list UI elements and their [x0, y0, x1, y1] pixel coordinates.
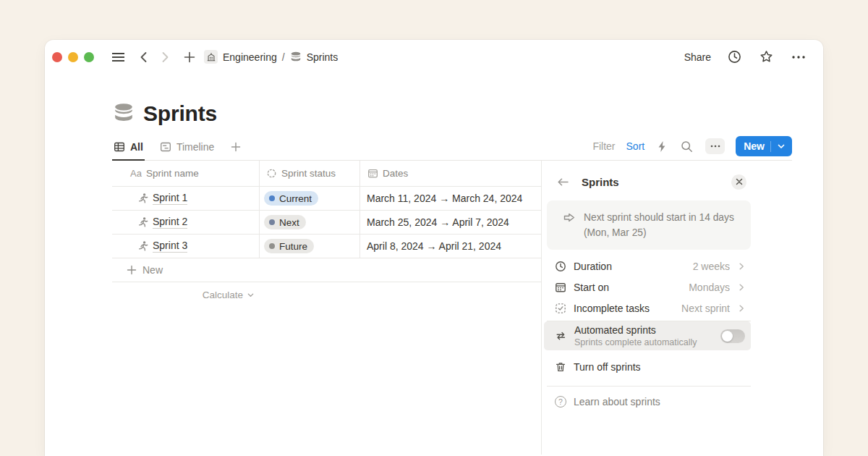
sprint-name: Sprint 3 — [153, 240, 187, 253]
plus-icon — [127, 265, 137, 275]
database-icon — [290, 51, 302, 63]
automations-button[interactable] — [655, 139, 668, 154]
setting-value: 2 weeks — [693, 261, 730, 272]
tab-all[interactable]: All — [112, 138, 145, 161]
date-range: March 11, 2024 → March 24, 2024 — [367, 193, 522, 204]
status-dot — [269, 219, 275, 225]
column-label: Sprint status — [281, 168, 336, 179]
view-options-button[interactable] — [705, 138, 725, 154]
learn-about-sprints-link[interactable]: ? Learn about sprints — [547, 387, 751, 417]
page-title-row: Sprints — [112, 101, 792, 126]
sort-button[interactable]: Sort — [626, 140, 645, 152]
tab-all-label: All — [130, 141, 143, 153]
chevron-down-icon — [247, 291, 255, 299]
setting-value: Mondays — [689, 282, 730, 293]
clock-icon — [728, 50, 741, 64]
share-button[interactable]: Share — [684, 51, 711, 63]
updates-button[interactable] — [726, 48, 743, 65]
status-cell[interactable]: Current — [259, 187, 359, 210]
date-range: March 25, 2024 → April 7, 2024 — [367, 216, 509, 228]
new-page-button[interactable] — [182, 50, 197, 64]
chevron-right-icon — [737, 262, 746, 271]
sprint-name: Sprint 1 — [153, 192, 187, 205]
panel-back-button[interactable] — [556, 175, 571, 189]
tab-timeline[interactable]: Timeline — [158, 138, 216, 161]
database-title-icon — [113, 103, 135, 124]
status-dot — [269, 195, 275, 201]
status-pill: Future — [264, 239, 314, 253]
filter-button[interactable]: Filter — [592, 140, 615, 152]
repeat-icon — [555, 330, 567, 342]
page-menu-button[interactable] — [790, 54, 807, 61]
new-row-label: New — [142, 264, 163, 276]
breadcrumb-page[interactable]: Sprints — [307, 51, 339, 63]
panel-header: Sprints — [547, 170, 751, 193]
page-title[interactable]: Sprints — [143, 101, 217, 126]
setting-start-on[interactable]: Start on Mondays — [547, 276, 751, 297]
chevron-right-icon — [737, 283, 746, 292]
calculate-button[interactable]: Calculate — [112, 282, 259, 307]
learn-label: Learn about sprints — [574, 396, 660, 408]
page-content: Sprints All Timeline Filter Sort — [112, 74, 792, 456]
minimize-window-button[interactable] — [68, 52, 78, 62]
app-window: Engineering / Sprints Share Sprints — [45, 40, 823, 456]
back-button[interactable] — [137, 50, 149, 64]
search-view-button[interactable] — [679, 139, 694, 154]
status-pill: Current — [264, 191, 318, 206]
favorite-button[interactable] — [758, 48, 775, 65]
dates-cell[interactable]: March 25, 2024 → April 7, 2024 — [359, 211, 541, 234]
sprint-settings-panel: Sprints Next sprint should start in 14 d… — [541, 161, 754, 455]
status-cell[interactable]: Next — [259, 211, 359, 234]
timeline-view-icon — [160, 141, 171, 153]
new-button[interactable]: New — [736, 136, 792, 156]
setting-label: Duration — [574, 261, 612, 272]
search-icon — [681, 140, 693, 153]
close-icon — [736, 178, 743, 185]
automated-text: Automated sprints Sprints complete autom… — [574, 324, 697, 348]
table-view-icon — [114, 141, 125, 153]
hamburger-icon — [111, 51, 125, 63]
zoom-window-button[interactable] — [84, 52, 94, 62]
column-header-sprint-name[interactable]: Aa Sprint name — [112, 161, 259, 186]
question-circle-icon: ? — [555, 396, 566, 408]
sidebar-menu-button[interactable] — [110, 50, 127, 64]
dates-cell[interactable]: April 8, 2024 → April 21, 2024 — [359, 235, 541, 258]
breadcrumb-workspace[interactable]: Engineering — [223, 51, 277, 63]
new-row-button[interactable]: New — [112, 258, 541, 282]
lightning-icon — [657, 140, 667, 153]
automated-sprints-row[interactable]: Automated sprints Sprints complete autom… — [544, 321, 751, 350]
sprint-page-link[interactable]: Sprint 3 — [112, 235, 259, 258]
status-cell[interactable]: Future — [259, 235, 359, 258]
column-header-dates[interactable]: Dates — [359, 161, 541, 186]
calendar-icon — [555, 282, 566, 293]
column-header-sprint-status[interactable]: Sprint status — [259, 161, 359, 186]
table-row: Sprint 2 Next March 25, 2024 → April 7, … — [112, 211, 541, 235]
notice-line-2: (Mon, Mar 25) — [584, 225, 734, 240]
notice-text: Next sprint should start in 14 days (Mon… — [584, 210, 734, 240]
chevron-down-icon — [777, 142, 786, 151]
sprint-page-link[interactable]: Sprint 2 — [112, 211, 259, 234]
new-button-label: New — [744, 140, 765, 152]
runner-icon — [137, 193, 148, 204]
setting-incomplete-tasks[interactable]: Incomplete tasks Next sprint — [547, 297, 751, 318]
sprint-page-link[interactable]: Sprint 1 — [112, 187, 259, 210]
column-label: Sprint name — [146, 168, 199, 179]
automated-toggle[interactable] — [720, 329, 745, 343]
forward-button[interactable] — [160, 50, 171, 64]
view-body: Aa Sprint name Sprint status Dates — [112, 161, 792, 455]
setting-duration[interactable]: Duration 2 weeks — [547, 256, 751, 276]
panel-close-button[interactable] — [731, 174, 746, 190]
topbar-actions: Share — [684, 48, 807, 65]
sprint-name: Sprint 2 — [153, 216, 187, 229]
automated-label: Automated sprints — [574, 324, 697, 337]
nav-controls — [110, 50, 197, 64]
panel-settings: Duration 2 weeks Start on Mondays Incomp… — [547, 256, 751, 318]
chevron-right-icon — [737, 304, 746, 313]
turn-off-sprints-button[interactable]: Turn off sprints — [547, 350, 751, 384]
close-window-button[interactable] — [52, 52, 62, 62]
plus-icon — [184, 51, 195, 63]
add-view-button[interactable] — [229, 138, 242, 161]
dates-cell[interactable]: March 11, 2024 → March 24, 2024 — [359, 187, 541, 210]
workspace-icon-chip — [204, 50, 218, 64]
date-range: April 8, 2024 → April 21, 2024 — [367, 240, 501, 252]
